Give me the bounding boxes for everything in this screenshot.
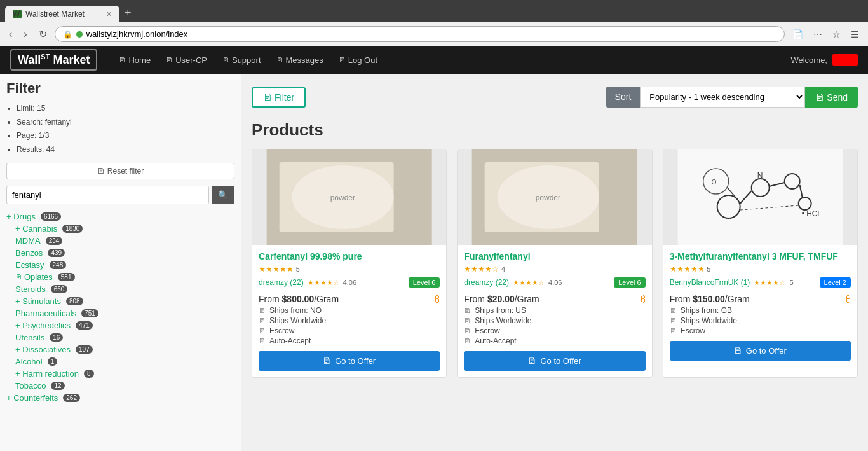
nav-user-cp[interactable]: 🖹User-CP [159, 52, 214, 69]
product-body: Furanylfentanyl ★★★★☆ 4 dreamzy (22) ★★★… [458, 245, 651, 377]
go-to-offer-button[interactable]: 🖹 Go to Offer [464, 351, 645, 371]
product-image: O • HCl N [663, 149, 857, 245]
app-header: WallST Market 🖹Home 🖹User-CP 🖹Support 🖹M… [0, 46, 868, 74]
ships-from-icon: 🖹 [259, 307, 266, 314]
category-item[interactable]: + Psychedelics471 [6, 319, 234, 331]
category-item[interactable]: + Counterfeits262 [6, 392, 234, 404]
go-to-offer-label: Go to Offer [335, 356, 376, 366]
address-input[interactable] [86, 29, 776, 39]
sidebar: Filter Limit: 15 Search: fentanyl Page: … [0, 74, 241, 451]
nav-logout[interactable]: 🖹Log Out [332, 52, 384, 69]
escrow-icon: 🖹 [670, 327, 677, 335]
nav-messages[interactable]: 🖹Messages [270, 52, 330, 69]
bitcoin-icon: ₿ [641, 293, 646, 305]
category-item[interactable]: Alcohol1 [6, 356, 234, 368]
send-button[interactable]: 🖹 Send [805, 87, 858, 108]
escrow-label: Escrow [475, 326, 499, 335]
product-title[interactable]: Carfentanyl 99.98% pure [259, 251, 440, 261]
go-to-offer-button[interactable]: 🖹 Go to Offer [670, 341, 851, 361]
product-rating: ★★★★★ 5 [670, 264, 851, 274]
product-image: powder [458, 149, 651, 245]
nav-home[interactable]: 🖹Home [112, 52, 157, 69]
category-item[interactable]: 🖹Opiates581 [6, 271, 234, 283]
category-item[interactable]: Ecstasy248 [6, 259, 234, 271]
seller-name[interactable]: dreamzy (22) [259, 278, 304, 287]
escrow-row: 🖹Escrow [464, 326, 645, 336]
support-icon: 🖹 [222, 56, 229, 64]
offer-icon: 🖹 [323, 356, 331, 366]
filter-limit: Limit: 15 [17, 102, 234, 116]
level-badge: Level 2 [820, 277, 851, 288]
new-tab-button[interactable]: + [119, 4, 137, 22]
review-count: 5 [707, 265, 710, 273]
search-input[interactable] [6, 186, 209, 204]
category-label: Opiates [24, 272, 53, 282]
category-label: + Counterfeits [6, 393, 58, 403]
reload-button[interactable]: ↻ [35, 27, 51, 41]
category-badge: 12 [51, 382, 64, 390]
category-item[interactable]: + Stimulants808 [6, 295, 234, 307]
home-icon: 🖹 [119, 56, 126, 64]
category-item[interactable]: Utensils16 [6, 331, 234, 343]
ships-worldwide-icon: 🖹 [464, 317, 471, 324]
price-row: From $800.00/Gram ₿ [259, 293, 440, 305]
sort-select[interactable]: Popularity - 1 week descending Popularit… [640, 87, 805, 108]
ships-from-label: Ships from: GB [681, 306, 732, 315]
address-bar[interactable]: 🔒 [55, 26, 785, 42]
nav-support[interactable]: 🖹Support [216, 52, 268, 69]
category-item[interactable]: Pharmaceuticals751 [6, 307, 234, 319]
go-to-offer-button[interactable]: 🖹 Go to Offer [259, 351, 440, 371]
category-item[interactable]: MDMA234 [6, 235, 234, 247]
category-item[interactable]: + Dissociatives107 [6, 343, 234, 356]
menu-button[interactable]: ☰ [847, 27, 863, 41]
bitcoin-icon: ₿ [846, 293, 851, 305]
escrow-row: 🖹Escrow [259, 326, 440, 336]
page-body: Filter Limit: 15 Search: fentanyl Page: … [0, 74, 868, 451]
ships-from-label: Ships from: NO [269, 306, 322, 315]
site-logo[interactable]: WallST Market [10, 49, 97, 71]
product-title[interactable]: Furanylfentanyl [464, 251, 645, 261]
category-item[interactable]: Tobacco12 [6, 380, 234, 392]
category-label: + Cannabis [15, 224, 57, 233]
tab-favicon: W [13, 10, 22, 18]
reader-view-button[interactable]: 📄 [789, 27, 807, 41]
product-title[interactable]: 3-Methylfuranylfentanyl 3 MFUF, TMFUF [670, 251, 851, 261]
category-label: MDMA [15, 236, 41, 246]
filter-page: Page: 1/3 [17, 129, 234, 143]
tab-close-button[interactable]: ✕ [106, 10, 112, 18]
svg-text:powder: powder [330, 193, 355, 202]
category-item[interactable]: + Drugs6166 [6, 211, 234, 223]
review-count: 4 [501, 265, 505, 273]
back-button[interactable]: ‹ [5, 27, 16, 41]
more-options-button[interactable]: ⋯ [810, 27, 826, 41]
product-stars: ★★★★★ [259, 265, 294, 274]
category-badge: 808 [66, 297, 83, 305]
category-item[interactable]: + Harm reduction8 [6, 368, 234, 380]
sort-group: Sort Popularity - 1 week descending Popu… [606, 87, 858, 108]
username-badge [832, 54, 858, 66]
product-price: From $800.00/Gram [259, 294, 339, 304]
category-label: Pharmaceuticals [15, 309, 76, 318]
ships-worldwide-row: 🖹Ships Worldwide [670, 316, 851, 326]
filter-button[interactable]: 🖹 Filter [252, 87, 306, 108]
reset-filter-button[interactable]: 🖹 Reset filter [6, 163, 234, 179]
welcome-label: Welcome, [790, 55, 827, 65]
browser-tab[interactable]: W Wallstreet Market ✕ [5, 6, 119, 22]
svg-text:O: O [711, 179, 716, 186]
bookmark-button[interactable]: ☆ [829, 27, 844, 41]
product-stars: ★★★★☆ [464, 265, 499, 274]
category-badge: 439 [48, 249, 65, 257]
category-item[interactable]: Steroids660 [6, 283, 234, 295]
category-item[interactable]: + Cannabis1830 [6, 223, 234, 235]
seller-name[interactable]: dreamzy (22) [464, 278, 509, 287]
forward-button[interactable]: › [20, 27, 31, 41]
price-row: From $150.00/Gram ₿ [670, 293, 851, 305]
search-button[interactable]: 🔍 [212, 186, 234, 204]
category-label: + Dissociatives [15, 345, 71, 354]
seller-name[interactable]: BennyBlancoFrmUK (1) [670, 278, 750, 287]
escrow-label: Escrow [681, 326, 705, 335]
svg-text:N: N [757, 171, 763, 180]
ships-from-row: 🖹 Ships from: US [464, 305, 645, 316]
seller-line: dreamzy (22) ★★★★☆ 4.06 Level 6 [259, 277, 440, 288]
category-item[interactable]: Benzos439 [6, 247, 234, 259]
